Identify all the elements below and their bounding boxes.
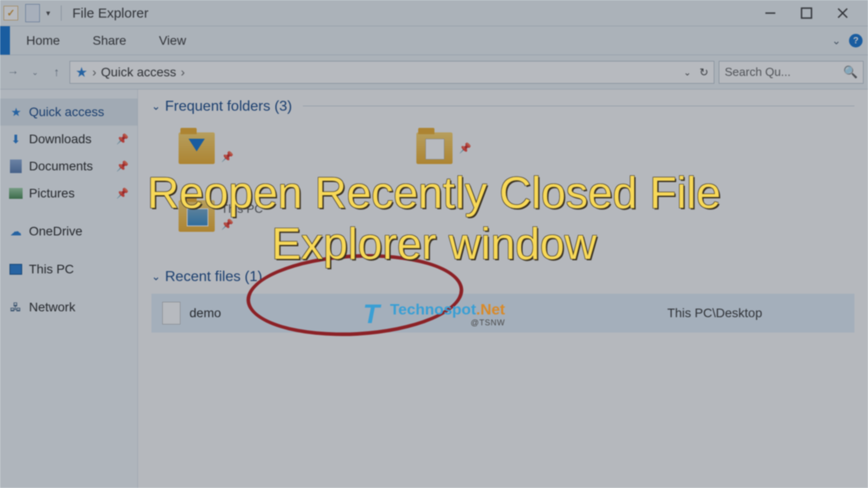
- section-title: Frequent folders (3): [165, 98, 292, 114]
- search-placeholder: Search Qu...: [725, 65, 791, 79]
- file-icon: [162, 302, 180, 324]
- history-dropdown-icon[interactable]: ⌄: [26, 64, 43, 81]
- titlebar: ✓ ▾ File Explorer: [0, 0, 868, 26]
- address-bar[interactable]: ★ › Quick access › ⌄ ↻: [70, 61, 714, 84]
- maximize-button[interactable]: [797, 4, 816, 22]
- pin-icon: 📌: [459, 142, 471, 154]
- frequent-folders-grid: This PC 📌 📌: [151, 123, 854, 173]
- breadcrumb[interactable]: Quick access: [101, 65, 176, 80]
- sidebar-item-pictures[interactable]: Pictures 📌: [0, 180, 137, 207]
- folder-icon: [179, 200, 215, 232]
- monitor-icon: [9, 263, 23, 276]
- help-icon[interactable]: ?: [849, 34, 863, 47]
- minimize-button[interactable]: [761, 4, 779, 22]
- home-tab[interactable]: Home: [10, 26, 76, 55]
- pin-icon: 📌: [116, 133, 128, 145]
- folder-sub: This PC: [221, 202, 263, 216]
- new-doc-icon[interactable]: [25, 4, 40, 22]
- pictures-icon: [9, 187, 23, 200]
- folder-icon: [179, 132, 215, 164]
- pin-icon: 📌: [221, 219, 263, 230]
- sidebar-item-label: Pictures: [29, 186, 75, 201]
- frequent-folders-header[interactable]: ⌄ Frequent folders (3): [151, 98, 854, 114]
- refresh-icon[interactable]: ↻: [699, 66, 708, 79]
- cloud-icon: ☁: [9, 225, 23, 238]
- close-button[interactable]: [834, 4, 852, 22]
- sidebar-item-label: Network: [29, 300, 75, 314]
- pin-icon: 📌: [116, 160, 128, 172]
- section-title: Recent files (1): [165, 268, 262, 285]
- ribbon-chevron-icon[interactable]: ⌄: [832, 34, 841, 47]
- properties-icon[interactable]: ✓: [4, 6, 18, 20]
- up-button[interactable]: ↑: [48, 64, 65, 81]
- share-tab[interactable]: Share: [76, 26, 143, 55]
- recent-files-section: ⌄ Recent files (1) demo This PC\Desktop: [151, 268, 854, 333]
- qat-dropdown-icon[interactable]: ▾: [46, 8, 50, 18]
- network-icon: 🖧: [9, 300, 23, 314]
- document-icon: [9, 160, 23, 173]
- file-path: This PC\Desktop: [667, 306, 844, 320]
- sidebar-item-label: Documents: [29, 159, 93, 174]
- file-explorer-window: ✓ ▾ File Explorer Home Share View ⌄ ?: [0, 0, 868, 488]
- chevron-down-icon: ⌄: [151, 100, 160, 113]
- sidebar-item-label: OneDrive: [29, 224, 82, 239]
- frequent-folders-grid-2: This PC 📌: [151, 191, 854, 241]
- section-line: [303, 106, 854, 106]
- pin-icon: 📌: [221, 151, 263, 163]
- crumb-arrow-icon: ›: [181, 65, 185, 80]
- folder-item-pictures[interactable]: 📌: [416, 132, 471, 164]
- address-bar-row: → ⌄ ↑ ★ › Quick access › ⌄ ↻ Search Qu..…: [0, 55, 868, 89]
- pin-icon: 📌: [116, 188, 128, 199]
- folder-item-downloads[interactable]: This PC 📌: [179, 132, 263, 164]
- address-dropdown-icon[interactable]: ⌄: [684, 67, 691, 78]
- window-title: File Explorer: [72, 5, 148, 21]
- view-tab[interactable]: View: [142, 26, 202, 55]
- folder-icon: [416, 132, 453, 164]
- recent-file-row[interactable]: demo This PC\Desktop: [151, 294, 854, 333]
- sidebar-item-downloads[interactable]: ⬇ Downloads 📌: [0, 126, 137, 153]
- sidebar-item-label: Quick access: [29, 105, 104, 119]
- download-icon: ⬇: [9, 132, 23, 146]
- file-tab[interactable]: [0, 26, 10, 55]
- sidebar-item-this-pc[interactable]: This PC: [0, 256, 137, 283]
- sidebar: ★ Quick access ⬇ Downloads 📌 Documents 📌…: [0, 89, 138, 488]
- star-icon: ★: [9, 105, 23, 119]
- sidebar-item-network[interactable]: 🖧 Network: [0, 294, 137, 321]
- title-divider: [61, 5, 61, 21]
- search-input[interactable]: Search Qu... 🔍: [719, 61, 863, 84]
- content-area: ★ Quick access ⬇ Downloads 📌 Documents 📌…: [0, 89, 868, 488]
- quick-access-star-icon: ★: [75, 64, 88, 80]
- ribbon-tabs: Home Share View ⌄ ?: [0, 26, 868, 55]
- sidebar-item-quick-access[interactable]: ★ Quick access: [0, 99, 137, 126]
- chevron-down-icon: ⌄: [151, 270, 160, 283]
- back-button[interactable]: →: [5, 64, 22, 81]
- sidebar-item-label: Downloads: [29, 132, 92, 146]
- folder-item-pictures[interactable]: This PC 📌: [179, 200, 263, 232]
- crumb-arrow-icon: ›: [92, 65, 96, 80]
- sidebar-item-documents[interactable]: Documents 📌: [0, 153, 137, 180]
- sidebar-item-onedrive[interactable]: ☁ OneDrive: [0, 218, 137, 245]
- sidebar-item-label: This PC: [29, 262, 74, 277]
- search-icon: 🔍: [843, 65, 858, 79]
- main-panel: ⌄ Frequent folders (3) This PC 📌: [138, 89, 868, 488]
- file-name: demo: [189, 306, 221, 320]
- recent-files-header[interactable]: ⌄ Recent files (1): [151, 268, 854, 285]
- svg-rect-1: [802, 8, 811, 18]
